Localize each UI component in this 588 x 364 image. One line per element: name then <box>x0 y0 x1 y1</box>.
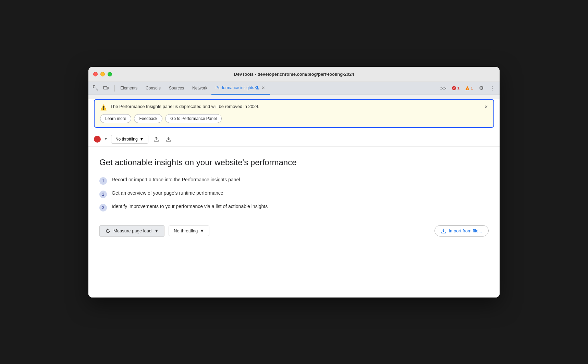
warning-badge[interactable]: ! 1 <box>463 85 475 91</box>
step-number-1: 1 <box>99 177 107 185</box>
close-traffic-light[interactable] <box>93 72 98 76</box>
close-tab-icon[interactable]: ✕ <box>260 85 266 90</box>
tab-right-actions: >> ✕ 1 ! 1 ⚙ ⋮ <box>439 83 497 93</box>
panel-wrapper: ⚠️ The Performance Insights panel is dep… <box>88 99 500 298</box>
more-tabs-icon[interactable]: >> <box>439 83 448 93</box>
throttle-bottom-label: No throttling <box>174 228 198 233</box>
go-to-panel-button[interactable]: Go to Performance Panel <box>165 114 222 123</box>
titlebar: DevTools - developer.chrome.com/blog/per… <box>88 67 500 82</box>
svg-text:!: ! <box>467 87 468 90</box>
throttle-label: No throttling <box>115 137 138 142</box>
settings-icon[interactable]: ⚙ <box>476 83 486 93</box>
step-number-3: 3 <box>99 204 107 211</box>
measure-page-load-button[interactable]: Measure page load ▼ <box>99 225 164 237</box>
main-heading: Get actionable insights on your website'… <box>99 158 489 167</box>
devtools-tabbar: Elements Console Sources Network Perform… <box>88 82 500 95</box>
tab-network[interactable]: Network <box>188 82 211 95</box>
traffic-lights <box>93 72 112 76</box>
import-from-file-button[interactable]: Import from file... <box>434 225 489 236</box>
step-text-1: Record or import a trace into the Perfor… <box>112 177 240 182</box>
measure-arrow-icon: ▼ <box>154 228 159 233</box>
step-text-3: Identify improvements to your performanc… <box>112 204 268 209</box>
window-title: DevTools - developer.chrome.com/blog/per… <box>234 72 354 77</box>
deprecation-banner: ⚠️ The Performance Insights panel is dep… <box>94 99 494 128</box>
more-options-icon[interactable]: ⋮ <box>487 83 497 93</box>
performance-icon: ⚗ <box>255 85 259 90</box>
banner-text: The Performance Insights panel is deprec… <box>110 104 259 109</box>
step-item-1: 1 Record or import a trace into the Perf… <box>99 177 489 185</box>
throttle-arrow-icon: ▼ <box>140 137 144 142</box>
throttle-bottom-arrow-icon: ▼ <box>200 228 204 233</box>
device-toggle-icon[interactable] <box>101 84 110 93</box>
bottom-toolbar: Measure page load ▼ No throttling ▼ Impo… <box>99 225 489 237</box>
svg-rect-1 <box>103 86 107 89</box>
tab-performance-insights[interactable]: Performance insights ⚗ ✕ <box>211 82 270 95</box>
inspect-icon[interactable] <box>91 84 100 93</box>
main-content: Get actionable insights on your website'… <box>88 147 500 298</box>
feedback-button[interactable]: Feedback <box>134 114 162 123</box>
tab-divider <box>114 85 115 92</box>
export-button[interactable] <box>152 135 161 144</box>
record-button[interactable] <box>94 136 101 143</box>
warning-icon: ⚠️ <box>100 104 107 111</box>
import-button[interactable] <box>164 135 173 144</box>
import-label: Import from file... <box>449 228 482 233</box>
svg-rect-0 <box>93 86 95 88</box>
steps-list: 1 Record or import a trace into the Perf… <box>99 177 489 211</box>
error-badge[interactable]: ✕ 1 <box>450 85 462 91</box>
tab-icon-group <box>91 84 110 93</box>
learn-more-button[interactable]: Learn more <box>100 114 131 123</box>
step-item-2: 2 Get an overview of your page's runtime… <box>99 190 489 198</box>
minimize-traffic-light[interactable] <box>100 72 105 76</box>
step-text-2: Get an overview of your page's runtime p… <box>112 190 223 196</box>
toolbar-row: ▼ No throttling ▼ <box>88 132 500 147</box>
step-item-3: 3 Identify improvements to your performa… <box>99 204 489 211</box>
banner-close-button[interactable]: × <box>482 103 490 111</box>
banner-buttons: Learn more Feedback Go to Performance Pa… <box>100 114 488 123</box>
panel-content: ⚠️ The Performance Insights panel is dep… <box>88 99 500 298</box>
tab-elements[interactable]: Elements <box>116 82 142 95</box>
record-dropdown-arrow[interactable]: ▼ <box>104 137 108 141</box>
throttle-dropdown[interactable]: No throttling ▼ <box>111 135 148 144</box>
banner-message-row: ⚠️ The Performance Insights panel is dep… <box>100 104 488 111</box>
tab-sources[interactable]: Sources <box>165 82 188 95</box>
tab-console[interactable]: Console <box>142 82 165 95</box>
step-number-2: 2 <box>99 191 107 198</box>
throttle-bottom-dropdown[interactable]: No throttling ▼ <box>169 226 209 236</box>
devtools-window: DevTools - developer.chrome.com/blog/per… <box>88 67 500 298</box>
svg-rect-2 <box>107 87 108 89</box>
svg-text:✕: ✕ <box>453 87 455 90</box>
measure-label: Measure page load <box>113 228 151 233</box>
maximize-traffic-light[interactable] <box>108 72 112 76</box>
